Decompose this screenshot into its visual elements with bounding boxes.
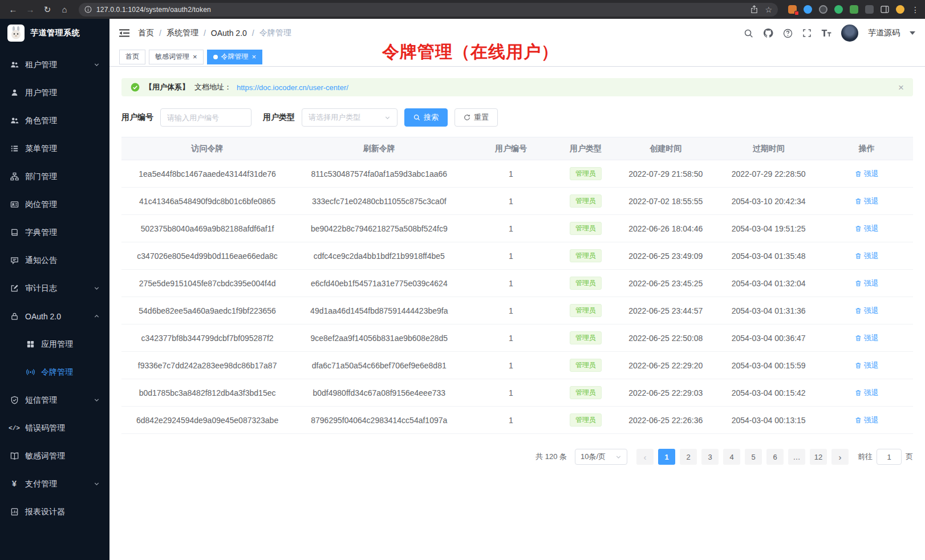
page-button-5[interactable]: 5	[745, 449, 762, 465]
user-type-cell: 管理员	[557, 352, 614, 379]
tab-label: 令牌管理	[221, 52, 249, 62]
trash-icon	[855, 362, 862, 369]
sidebar-item-error-code[interactable]: </>错误码管理	[0, 414, 109, 442]
sidebar-item-report[interactable]: 报表设计器	[0, 498, 109, 526]
page-info-icon[interactable]	[84, 6, 92, 13]
access-token-cell: b0d1785bc3a8482f812db4a3f3bd15ec	[121, 379, 293, 407]
browser-back-button[interactable]: ←	[6, 3, 21, 17]
goto-label: 前往	[858, 452, 873, 462]
force-logout-button[interactable]: 强退	[855, 333, 879, 343]
sidebar-item-user[interactable]: 用户管理	[0, 79, 109, 107]
app-logo[interactable]: 芋道管理系统	[0, 19, 109, 47]
page-button-2[interactable]: 2	[680, 449, 697, 465]
filter-form: 用户编号 用户类型 请选择用户类型 搜索	[121, 108, 913, 127]
pagination: 共 120 条 10条/页 ‹ 123456…12 › 前往 页	[121, 449, 913, 465]
user-type-select[interactable]: 请选择用户类型	[302, 108, 397, 127]
breadcrumb-item[interactable]: OAuth 2.0	[211, 29, 247, 38]
browser-address-bar[interactable]: 127.0.0.1:1024/system/oauth2/token ☆	[79, 3, 778, 17]
sidebar-item-label: 短信管理	[25, 395, 57, 405]
tab-close-icon[interactable]: ×	[193, 53, 197, 60]
github-icon[interactable]	[763, 28, 773, 38]
reset-button[interactable]: 重置	[455, 108, 498, 127]
page-button-12[interactable]: 12	[810, 449, 827, 465]
refresh-token-cell: 8796295f04064c2983414cc54af1097a	[293, 407, 465, 434]
search-button[interactable]: 搜索	[404, 108, 448, 127]
table-row: c342377bf8b344799dcbf7bf095287f29ce8ef2a…	[121, 324, 913, 352]
doc-link[interactable]: https://doc.iocoder.cn/user-center/	[237, 83, 348, 92]
force-logout-button[interactable]: 强退	[855, 306, 879, 316]
table-row: 1ea5e44f8bc1467aaede43144f31de76811c5304…	[121, 160, 913, 188]
sidebar-item-sms[interactable]: 短信管理	[0, 386, 109, 414]
search-icon[interactable]	[744, 29, 753, 38]
force-logout-button[interactable]: 强退	[855, 224, 879, 234]
force-logout-button[interactable]: 强退	[855, 278, 879, 289]
user-id-input[interactable]	[160, 108, 251, 127]
fullscreen-icon[interactable]	[802, 29, 812, 38]
browser-menu-icon[interactable]: ⋮	[911, 5, 919, 14]
extension-icon[interactable]	[834, 5, 843, 14]
force-logout-button[interactable]: 强退	[855, 251, 879, 261]
sidebar-item-oauth2-app[interactable]: 应用管理	[0, 330, 109, 358]
tab-close-icon[interactable]: ×	[252, 53, 257, 60]
sidebar-item-oauth2-token[interactable]: 令牌管理	[0, 358, 109, 386]
user-name[interactable]: 芋道源码	[868, 28, 900, 38]
page-button-6[interactable]: 6	[766, 449, 784, 465]
force-logout-button[interactable]: 强退	[855, 388, 879, 398]
collapse-sidebar-button[interactable]	[119, 29, 129, 38]
prev-page-button[interactable]: ‹	[636, 449, 654, 465]
page-button-1[interactable]: 1	[658, 449, 675, 465]
extension-icon[interactable]	[804, 5, 812, 14]
sidebar-item-dept[interactable]: 部门管理	[0, 163, 109, 190]
sidebar-item-post[interactable]: 岗位管理	[0, 190, 109, 218]
sidebar-item-tenant[interactable]: 租户管理	[0, 51, 109, 79]
bookmark-star-icon[interactable]: ☆	[765, 5, 772, 14]
sidebar-item-label: 通知公告	[25, 255, 57, 266]
column-header: 操作	[821, 137, 913, 160]
sidebar-item-dict[interactable]: 字典管理	[0, 218, 109, 246]
extension-icon[interactable]	[865, 5, 874, 14]
goto-page-input[interactable]	[877, 449, 902, 465]
user-menu-caret-icon[interactable]	[910, 31, 915, 35]
page-size-select[interactable]: 10条/页	[575, 449, 627, 465]
user-type-tag: 管理员	[570, 386, 602, 399]
page-ellipsis-button[interactable]: …	[788, 449, 805, 465]
next-page-button[interactable]: ›	[831, 449, 849, 465]
alert-close-icon[interactable]: ×	[898, 83, 904, 92]
font-size-icon[interactable]	[821, 29, 831, 37]
goto-suffix: 页	[906, 452, 913, 462]
sidebar-item-pay[interactable]: ¥支付管理	[0, 470, 109, 498]
side-panel-icon[interactable]	[881, 6, 889, 13]
browser-forward-button[interactable]: →	[23, 3, 38, 17]
user-id-cell: 1	[465, 324, 557, 352]
force-logout-button[interactable]: 强退	[855, 415, 879, 425]
force-logout-button[interactable]: 强退	[855, 196, 879, 206]
tab-home[interactable]: 首页	[119, 50, 145, 64]
sidebar-item-oauth2[interactable]: OAuth 2.0	[0, 302, 109, 330]
page-button-4[interactable]: 4	[723, 449, 740, 465]
share-icon[interactable]	[750, 5, 758, 14]
sidebar-item-menu[interactable]: 菜单管理	[0, 135, 109, 163]
tab-token[interactable]: 令牌管理×	[207, 50, 263, 64]
user-id-cell: 1	[465, 270, 557, 297]
sidebar-item-audit-log[interactable]: 审计日志	[0, 274, 109, 302]
breadcrumb-item[interactable]: 首页	[138, 28, 154, 38]
browser-reload-button[interactable]: ↻	[40, 3, 55, 17]
users-icon	[10, 116, 19, 125]
sidebar-item-role[interactable]: 角色管理	[0, 107, 109, 135]
extension-icon[interactable]	[819, 5, 827, 14]
force-logout-button[interactable]: 强退	[855, 360, 879, 371]
breadcrumb-item[interactable]: 系统管理	[167, 28, 198, 38]
sidebar-item-sensitive[interactable]: 敏感词管理	[0, 442, 109, 470]
force-logout-button[interactable]: 强退	[855, 169, 879, 179]
help-icon[interactable]	[783, 29, 793, 38]
profile-avatar-icon[interactable]	[896, 5, 904, 14]
sidebar-item-notice[interactable]: 通知公告	[0, 246, 109, 274]
tab-sensitive-words[interactable]: 敏感词管理×	[149, 50, 204, 64]
extension-icon[interactable]	[850, 5, 858, 14]
browser-home-button[interactable]: ⌂	[57, 3, 72, 17]
page-button-3[interactable]: 3	[701, 449, 719, 465]
action-cell: 强退	[821, 324, 913, 352]
extension-icon[interactable]	[788, 5, 797, 14]
user-id-label: 用户编号	[121, 112, 153, 123]
user-avatar[interactable]	[841, 25, 858, 42]
